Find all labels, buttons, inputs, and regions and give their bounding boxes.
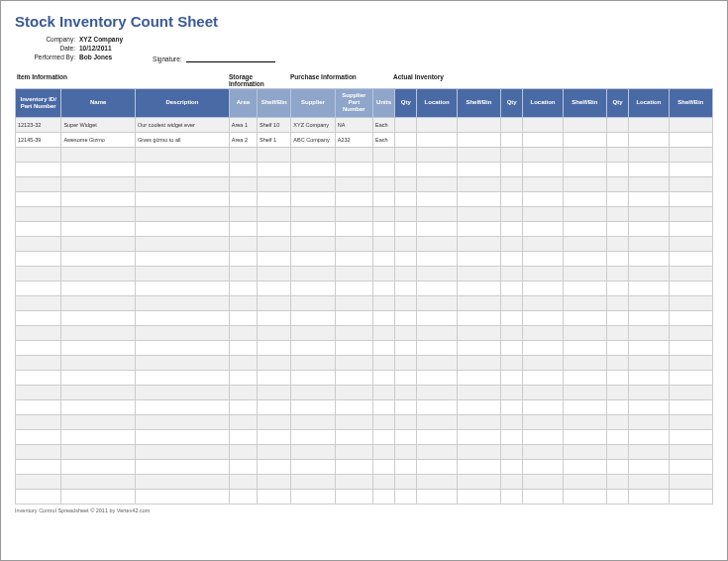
cell <box>563 206 606 221</box>
col-qty-3: Qty <box>607 89 629 118</box>
cell <box>563 236 606 251</box>
meta-block: Company: XYZ Company Date: 10/12/2011 Pe… <box>15 36 713 62</box>
cell: Shelf 1 <box>258 132 291 147</box>
cell <box>61 176 136 191</box>
cell <box>501 221 523 236</box>
cell <box>373 162 395 176</box>
cell <box>523 370 563 385</box>
cell <box>523 191 563 206</box>
cell: Awesome Gizmo <box>61 132 136 147</box>
cell <box>258 191 291 206</box>
cell <box>61 414 136 429</box>
page-title: Stock Inventory Count Sheet <box>15 13 713 30</box>
cell <box>417 132 457 147</box>
cell <box>563 459 606 474</box>
cell <box>607 132 629 147</box>
cell <box>523 280 563 295</box>
cell <box>335 414 372 429</box>
cell <box>501 162 523 176</box>
cell <box>291 489 335 504</box>
cell <box>16 266 61 280</box>
cell <box>457 370 500 385</box>
cell <box>395 370 417 385</box>
cell <box>417 266 457 280</box>
cell <box>417 370 457 385</box>
cell <box>16 399 61 414</box>
cell <box>501 325 523 340</box>
cell <box>523 474 563 489</box>
cell <box>395 310 417 325</box>
cell <box>607 459 629 474</box>
cell <box>607 162 629 176</box>
cell <box>523 251 563 266</box>
cell <box>395 474 417 489</box>
cell <box>373 236 395 251</box>
cell <box>501 474 523 489</box>
cell <box>16 162 61 176</box>
cell <box>563 162 606 176</box>
col-shelf-bin: Shelf/Bin <box>258 89 291 118</box>
cell <box>229 459 257 474</box>
cell <box>395 385 417 399</box>
cell <box>291 147 335 162</box>
cell <box>229 325 257 340</box>
cell <box>629 147 669 162</box>
col-supplier-part: Supplier Part Number <box>335 89 372 118</box>
cell <box>136 310 230 325</box>
cell <box>258 399 291 414</box>
cell <box>669 162 712 176</box>
cell <box>395 489 417 504</box>
cell <box>629 295 669 310</box>
cell <box>607 221 629 236</box>
cell <box>61 221 136 236</box>
cell <box>291 399 335 414</box>
cell <box>136 176 230 191</box>
cell <box>501 117 523 132</box>
cell <box>335 251 372 266</box>
cell <box>258 295 291 310</box>
col-shelf-bin-3: Shelf/Bin <box>669 89 712 118</box>
cell <box>501 251 523 266</box>
cell <box>61 444 136 459</box>
cell <box>607 355 629 370</box>
cell <box>669 340 712 355</box>
cell <box>457 474 500 489</box>
cell <box>501 489 523 504</box>
col-name: Name <box>61 89 136 118</box>
cell <box>229 251 257 266</box>
cell: Our coolest widget ever <box>136 117 230 132</box>
cell <box>291 385 335 399</box>
cell <box>669 206 712 221</box>
cell <box>629 370 669 385</box>
cell <box>335 489 372 504</box>
cell <box>501 310 523 325</box>
cell <box>395 414 417 429</box>
cell <box>629 280 669 295</box>
cell <box>523 414 563 429</box>
cell: Each <box>373 132 395 147</box>
cell <box>629 399 669 414</box>
cell <box>16 236 61 251</box>
cell <box>229 474 257 489</box>
table-row <box>16 459 713 474</box>
cell <box>457 221 500 236</box>
cell <box>501 399 523 414</box>
cell <box>669 414 712 429</box>
table-row <box>16 280 713 295</box>
cell <box>61 266 136 280</box>
cell <box>61 399 136 414</box>
cell <box>523 385 563 399</box>
table-row <box>16 355 713 370</box>
cell <box>291 280 335 295</box>
cell <box>291 429 335 444</box>
cell <box>373 295 395 310</box>
cell <box>61 459 136 474</box>
cell <box>501 206 523 221</box>
cell <box>395 176 417 191</box>
col-area: Area <box>229 89 257 118</box>
cell <box>16 206 61 221</box>
cell <box>563 221 606 236</box>
section-storage: Storage Information <box>227 72 288 88</box>
cell <box>258 489 291 504</box>
cell <box>669 221 712 236</box>
